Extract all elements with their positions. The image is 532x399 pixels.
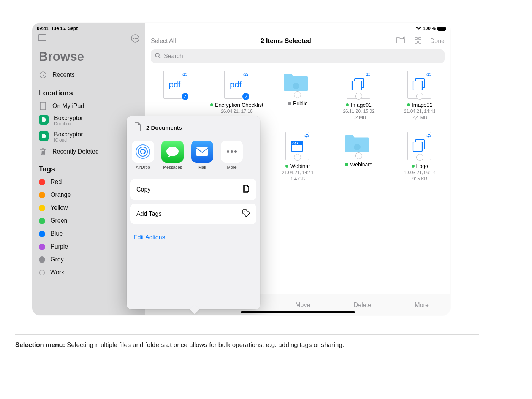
cloud-icon: [182, 71, 187, 75]
file-thumb: pdf✓: [163, 71, 188, 100]
sheet-title: 2 Documents: [146, 124, 182, 131]
file-meta: 26.11.20, 15:021,2 MB: [343, 108, 374, 120]
bottom-move[interactable]: Move: [291, 302, 314, 309]
battery-icon: [437, 27, 446, 31]
file-item[interactable]: pdf✓Encryption Checklist26.04.21, 17:164…: [206, 71, 268, 120]
file-item[interactable]: Webinar21.04.21, 14:411,4 GB: [267, 132, 328, 182]
file-name-row: Webinars: [345, 162, 372, 168]
tag-label: Yellow: [51, 204, 139, 211]
ipad-icon: [39, 102, 47, 110]
view-grid-icon[interactable]: [414, 36, 422, 46]
tag-color-icon: [39, 244, 45, 250]
svg-point-5: [137, 38, 138, 39]
file-name-row: Logo: [412, 163, 428, 169]
tag-color-icon: [39, 270, 45, 276]
tag-label: Blue: [51, 230, 139, 237]
file-thumb: [347, 71, 371, 100]
messages-icon: [162, 141, 184, 163]
bottom-delete[interactable]: Delete: [350, 302, 375, 309]
status-date: Tue 15. Sept: [51, 26, 78, 31]
caption: Selection menu: Selecting multiple files…: [15, 341, 344, 349]
svg-rect-29: [413, 142, 422, 151]
tag-color-icon: [39, 256, 45, 263]
cloud-icon: [243, 71, 248, 75]
svg-rect-19: [413, 81, 422, 90]
boxcryptor-icon: [39, 115, 49, 125]
cloud-icon: [426, 71, 431, 75]
add-tags-action[interactable]: Add Tags: [130, 204, 256, 224]
sidebar-toggle-icon[interactable]: [38, 34, 46, 44]
home-indicator: [241, 311, 355, 313]
file-thumb: [344, 132, 374, 159]
new-folder-icon[interactable]: [396, 36, 406, 46]
tag-color-icon: [39, 179, 45, 185]
status-bar: 09:41 Tue 15. Sept 100 %: [32, 25, 450, 32]
search-icon: [155, 52, 161, 60]
status-time: 09:41: [37, 26, 49, 31]
sidebar-location-ipad[interactable]: On My iPad: [32, 100, 145, 112]
share-more[interactable]: More: [221, 141, 243, 169]
svg-point-35: [227, 150, 229, 153]
svg-rect-17: [352, 81, 361, 90]
file-name: Webinars: [350, 162, 372, 168]
battery-percent: 100 %: [423, 26, 436, 31]
tag-color-icon: [39, 205, 45, 211]
status-dot-icon: [285, 165, 288, 168]
mail-icon: [191, 141, 213, 163]
file-meta: 21.04.21, 14:412,4 MB: [404, 108, 435, 120]
document-icon: [133, 122, 142, 133]
svg-point-36: [231, 150, 233, 153]
search-field[interactable]: [151, 49, 445, 63]
svg-rect-34: [196, 147, 208, 156]
svg-rect-7: [40, 102, 46, 110]
svg-point-3: [133, 38, 134, 39]
file-item[interactable]: Image0221.04.21, 14:412,4 MB: [389, 71, 450, 120]
file-thumb: [407, 71, 432, 100]
toolbar-title: 2 Items Selected: [176, 37, 396, 45]
file-name: Image01: [351, 102, 371, 108]
done-button[interactable]: Done: [430, 38, 445, 44]
svg-point-15: [293, 83, 299, 89]
file-item[interactable]: Webinars: [328, 132, 390, 182]
clock-icon: [39, 71, 47, 79]
tag-label: Red: [51, 179, 139, 185]
file-meta: 21.04.21, 14:411,4 GB: [282, 169, 314, 182]
file-name-row: Image01: [346, 102, 371, 108]
file-name: Encryption Checklist: [215, 102, 263, 108]
bottom-more[interactable]: More: [411, 302, 432, 309]
copy-action[interactable]: Copy: [130, 179, 256, 200]
sidebar-title: Browse: [32, 44, 145, 68]
search-input[interactable]: [164, 53, 441, 60]
file-thumb: [282, 71, 313, 98]
svg-point-13: [155, 53, 159, 57]
toolbar: Select All 2 Items Selected Done: [145, 33, 450, 49]
boxcryptor-icon: [39, 131, 49, 141]
file-item[interactable]: Image0126.11.20, 15:021,2 MB: [328, 71, 390, 120]
file-name-row: Webinar: [285, 163, 310, 169]
share-airdrop[interactable]: AirDrop: [132, 141, 154, 169]
file-name-row: Image02: [407, 102, 432, 108]
file-thumb: [407, 132, 432, 161]
file-item[interactable]: Logo10.03.21, 09:14915 KB: [389, 132, 450, 182]
tag-label: Grey: [51, 256, 139, 263]
file-item[interactable]: Public: [267, 71, 328, 120]
file-name-row: Encryption Checklist: [210, 102, 263, 108]
tag-label: Green: [51, 217, 139, 224]
svg-rect-9: [415, 37, 417, 40]
sidebar-recents[interactable]: Recents: [32, 68, 145, 82]
svg-rect-12: [419, 41, 421, 43]
tag-label: Purple: [51, 243, 139, 250]
tag-color-icon: [39, 231, 45, 237]
file-thumb: pdf✓: [224, 71, 249, 100]
more-icon[interactable]: [131, 34, 139, 44]
share-messages[interactable]: Messages: [162, 141, 184, 169]
status-dot-icon: [345, 163, 348, 166]
svg-point-37: [234, 150, 237, 153]
svg-point-4: [135, 38, 136, 39]
status-dot-icon: [346, 103, 349, 106]
select-all-button[interactable]: Select All: [151, 38, 176, 44]
edit-actions[interactable]: Edit Actions…: [127, 229, 260, 248]
share-mail[interactable]: Mail: [191, 141, 213, 169]
cloud-icon: [365, 71, 370, 75]
file-item[interactable]: pdf✓: [145, 71, 206, 120]
